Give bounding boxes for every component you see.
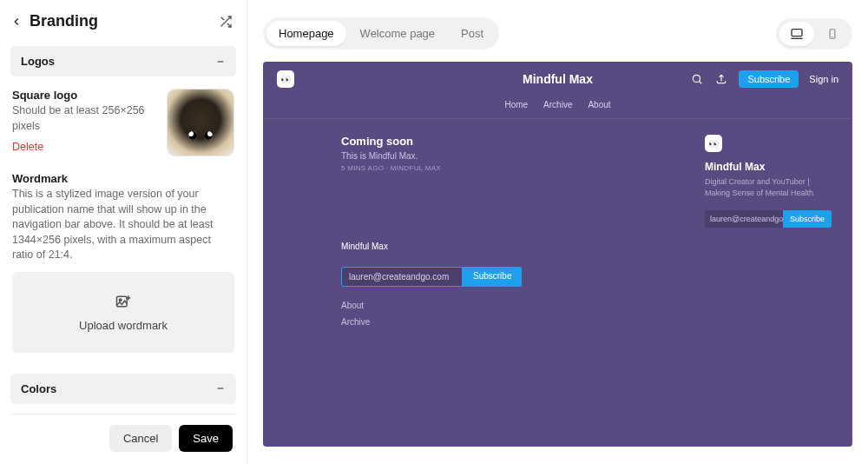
signin-link[interactable]: Sign in [809, 74, 838, 84]
svg-line-2 [221, 17, 224, 19]
site-title: Mindful Max [523, 72, 593, 86]
delete-logo-link[interactable]: Delete [12, 141, 43, 153]
cancel-button[interactable]: Cancel [109, 425, 172, 452]
image-add-icon [115, 293, 132, 310]
wordmark-field: Wordmark This is a stylized image versio… [10, 172, 236, 368]
header-subscribe-button[interactable]: Subscribe [739, 70, 799, 88]
footer-publication-name: Mindful Max [341, 242, 679, 251]
tab-homepage[interactable]: Homepage [266, 21, 346, 46]
footer-archive-link[interactable]: Archive [341, 317, 679, 327]
upload-wordmark-label: Upload wordmark [79, 319, 168, 332]
svg-line-15 [700, 81, 702, 83]
preview-sidebar: 👀 Mindful Max Digital Creator and YouTub… [705, 135, 835, 334]
collapse-icon [215, 383, 226, 394]
svg-point-5 [119, 299, 122, 302]
sidebar-description: Digital Creator and YouTuber | Making Se… [705, 176, 835, 198]
sidebar-publication-name: Mindful Max [705, 161, 835, 173]
search-icon[interactable] [690, 72, 704, 86]
desktop-view-button[interactable] [779, 22, 814, 46]
footer-email-input[interactable]: lauren@createandgo.com [341, 267, 463, 287]
save-button[interactable]: Save [179, 425, 233, 452]
upload-wordmark-button[interactable]: Upload wordmark [12, 272, 234, 353]
svg-rect-10 [792, 29, 802, 36]
svg-point-14 [694, 75, 700, 82]
sidebar-subscribe-button[interactable]: Subscribe [783, 210, 832, 228]
square-logo-thumbnail[interactable] [167, 89, 234, 156]
page-type-tabs: Homepage Welcome page Post [263, 17, 499, 50]
preview-canvas: 👀 Mindful Max Subscribe Sign in Home Arc… [263, 62, 852, 447]
tab-post[interactable]: Post [449, 21, 496, 46]
mobile-icon [826, 28, 838, 40]
square-logo-field: Square logo Should be at least 256×256 p… [10, 89, 236, 172]
settings-sidebar: Branding Logos Square logo Should be at … [0, 0, 247, 464]
tab-welcome[interactable]: Welcome page [348, 21, 447, 46]
section-head-colors[interactable]: Colors [10, 374, 236, 404]
site-nav: Home Archive About [263, 96, 852, 119]
sidebar-footer: Cancel Save [10, 414, 236, 464]
square-logo-label: Square logo [12, 89, 156, 102]
site-header: 👀 Mindful Max Subscribe Sign in [263, 62, 852, 96]
device-toggle [776, 18, 852, 50]
sidebar-logo: 👀 [705, 135, 722, 152]
sidebar-email-input[interactable]: lauren@createandgo [705, 210, 783, 228]
section-head-logos[interactable]: Logos [10, 46, 236, 76]
wordmark-desc: This is a stylized image version of your… [12, 187, 234, 263]
site-logo-small[interactable]: 👀 [277, 70, 294, 88]
nav-home[interactable]: Home [504, 100, 528, 109]
nav-about[interactable]: About [588, 100, 610, 109]
desktop-icon [790, 27, 804, 41]
preview-topbar: Homepage Welcome page Post [263, 17, 852, 50]
collapse-icon [215, 56, 226, 67]
preview-pane: Homepage Welcome page Post 👀 Mindful Max [247, 0, 868, 464]
post-meta: 5 MINS AGO · MINDFUL MAX [341, 164, 679, 172]
square-logo-desc: Should be at least 256×256 pixels [12, 103, 156, 134]
preview-main: Coming soon This is Mindful Max. 5 MINS … [280, 135, 679, 334]
mobile-view-button[interactable] [816, 22, 849, 46]
sidebar-header: Branding [10, 12, 236, 41]
post-subtitle: This is Mindful Max. [341, 151, 679, 161]
footer-about-link[interactable]: About [341, 301, 679, 310]
shuffle-icon[interactable] [219, 15, 233, 29]
nav-archive[interactable]: Archive [543, 100, 572, 109]
site-footer: Mindful Max lauren@createandgo.com Subsc… [341, 242, 679, 327]
post-title[interactable]: Coming soon [341, 135, 679, 148]
sidebar-title: Branding [30, 12, 98, 30]
back-icon[interactable] [10, 16, 23, 28]
footer-subscribe-button[interactable]: Subscribe [463, 267, 522, 287]
wordmark-label: Wordmark [12, 172, 234, 185]
share-icon[interactable] [714, 72, 728, 86]
